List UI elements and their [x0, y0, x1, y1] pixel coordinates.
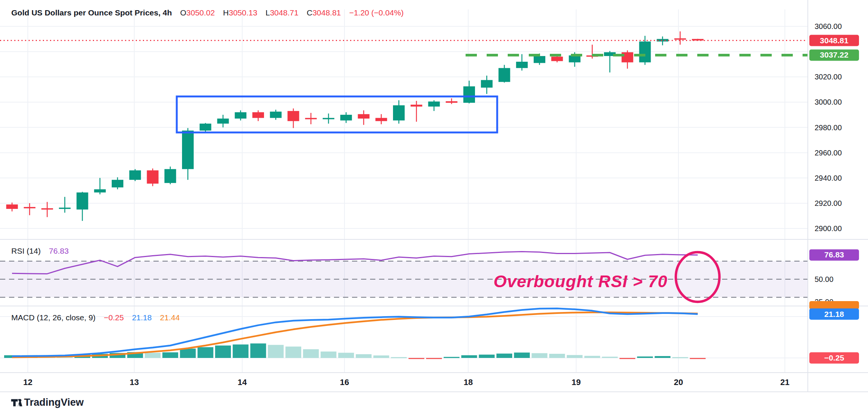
- time-axis-label: 12: [23, 378, 32, 387]
- candle-body: [41, 208, 53, 210]
- time-axis-label: 19: [572, 378, 581, 387]
- tradingview-watermark[interactable]: TradingView: [24, 397, 84, 408]
- time-axis-label: 20: [674, 378, 683, 387]
- macd-histogram-bar: [479, 355, 495, 358]
- rsi-indicator-name: RSI (14): [11, 247, 41, 255]
- macd-histogram-bar: [215, 346, 231, 358]
- macd-histogram-bar: [602, 357, 618, 358]
- candlestick-series: [6, 31, 704, 221]
- price-change: −1.20 (−0.04%): [349, 8, 404, 17]
- macd-histogram-bar: [655, 356, 671, 358]
- signal-value-badge: [809, 301, 859, 309]
- macd-signal-value: 21.44: [160, 313, 180, 322]
- macd-histogram-bar: [303, 349, 319, 358]
- ohlc-open: O3050.02: [180, 8, 215, 17]
- candle-body: [393, 105, 405, 120]
- price-tick-label: 3060.00: [815, 22, 842, 30]
- macd-histogram-bar: [180, 349, 196, 358]
- macd-histogram-bar: [672, 357, 688, 358]
- macd-histogram-bar: [285, 347, 301, 358]
- macd-legend[interactable]: MACD (12, 26, close, 9) −0.25 21.18 21.4…: [11, 313, 180, 322]
- candle-body: [235, 112, 246, 119]
- price-tick-label: 2940.00: [815, 174, 842, 182]
- macd-histogram-bar: [356, 354, 372, 358]
- macd-histogram-bar: [426, 358, 442, 359]
- price-tick-label: 2900.00: [815, 224, 842, 233]
- candle-body: [59, 208, 71, 209]
- price-tick-label: 2920.00: [815, 199, 842, 207]
- candle-body: [375, 118, 387, 121]
- rsi-tick-label: 50.00: [815, 275, 833, 283]
- macd-hist-value: −0.25: [104, 313, 124, 322]
- candle-body: [252, 112, 264, 118]
- ohlc-high: H3050.13: [223, 8, 257, 17]
- time-axis-label: 21: [780, 378, 789, 387]
- candle-body: [305, 118, 317, 119]
- macd-histogram-bar: [408, 358, 424, 359]
- candle-body: [270, 112, 282, 118]
- rsi-value-badge-text: 76.83: [824, 250, 844, 259]
- candle-body: [499, 68, 510, 82]
- candle-body: [24, 207, 35, 209]
- price-tick-label: 3020.00: [815, 73, 842, 81]
- candle-body: [428, 102, 440, 107]
- macd-histogram-bar: [268, 345, 284, 358]
- price-axis[interactable]: 3060.003020.003000.002980.002960.002940.…: [815, 22, 842, 306]
- candle-body: [551, 57, 563, 61]
- candle-body: [639, 41, 651, 62]
- macd-histogram-bar: [514, 353, 530, 358]
- candle-body: [147, 170, 159, 184]
- candle-body: [358, 114, 370, 119]
- candle-body: [622, 52, 633, 62]
- time-axis-label: 18: [464, 378, 473, 387]
- macd-histogram-bar: [461, 355, 477, 358]
- price-tick-label: 2980.00: [815, 123, 842, 132]
- candle-body: [182, 131, 194, 169]
- macd-histogram-bar: [233, 344, 249, 358]
- hist-value-badge-text: −0.25: [824, 353, 844, 362]
- macd-histogram-bar: [373, 355, 389, 358]
- candle-body: [288, 111, 299, 121]
- time-axis[interactable]: 1213141618192021: [23, 378, 789, 387]
- candle-body: [674, 38, 686, 40]
- macd-histogram-bar: [162, 352, 178, 358]
- time-axis-label: 14: [238, 378, 247, 387]
- candle-body: [534, 56, 545, 63]
- price-tick-label: 3000.00: [815, 98, 842, 106]
- macd-histogram-bar: [444, 357, 460, 358]
- macd-histogram-bar: [250, 344, 266, 358]
- time-axis-label: 13: [130, 378, 139, 387]
- candle-body: [112, 180, 123, 187]
- candle-body: [481, 80, 493, 88]
- macd-histogram-bar: [619, 358, 635, 359]
- candle-body: [200, 123, 211, 130]
- candle-body: [569, 55, 581, 62]
- candle-body: [129, 170, 141, 180]
- candle-body: [463, 86, 475, 103]
- level-price-badge-text: 3037.22: [820, 50, 848, 59]
- macd-value-badge-text: 21.18: [824, 310, 844, 318]
- pane-separators: [0, 0, 868, 392]
- rsi-band: [0, 261, 808, 297]
- ohlc-low: L3048.71: [266, 8, 299, 17]
- macd-histogram-bar: [391, 357, 407, 358]
- macd-histogram-bar: [338, 353, 354, 358]
- symbol-title: Gold US Dollars per Ounce Spot Prices, 4…: [11, 8, 172, 17]
- candle-body: [323, 118, 334, 119]
- candle-body: [411, 105, 422, 107]
- rsi-value: 76.83: [49, 247, 69, 255]
- rsi-legend[interactable]: RSI (14) 76.83: [11, 247, 69, 256]
- tradingview-logo-icon[interactable]: [11, 398, 23, 409]
- chart-canvas[interactable]: 3060.003020.003000.002980.002960.002940.…: [0, 0, 868, 411]
- price-tick-label: 2960.00: [815, 149, 842, 157]
- macd-histogram-bar: [567, 355, 583, 358]
- candle-body: [340, 115, 352, 120]
- candle-body: [164, 169, 176, 183]
- candle-body: [446, 101, 457, 103]
- last-price-badge-text: 3048.81: [820, 36, 848, 45]
- macd-indicator-name: MACD (12, 26, close, 9): [11, 313, 96, 322]
- macd-histogram-bar: [549, 354, 565, 358]
- overbought-annotation-text[interactable]: Overbought RSI > 70: [472, 272, 668, 291]
- macd-histogram-bar: [584, 356, 600, 358]
- price-legend[interactable]: Gold US Dollars per Ounce Spot Prices, 4…: [11, 8, 404, 17]
